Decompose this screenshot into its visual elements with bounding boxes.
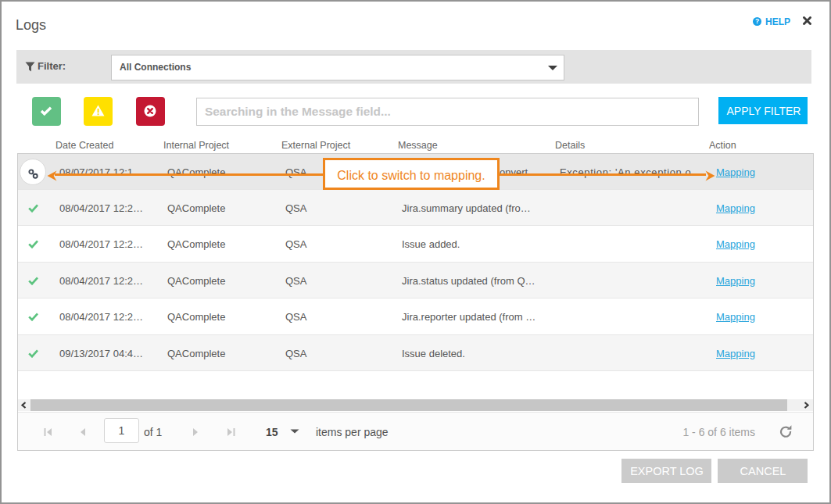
svg-text:?: ? (755, 17, 759, 25)
